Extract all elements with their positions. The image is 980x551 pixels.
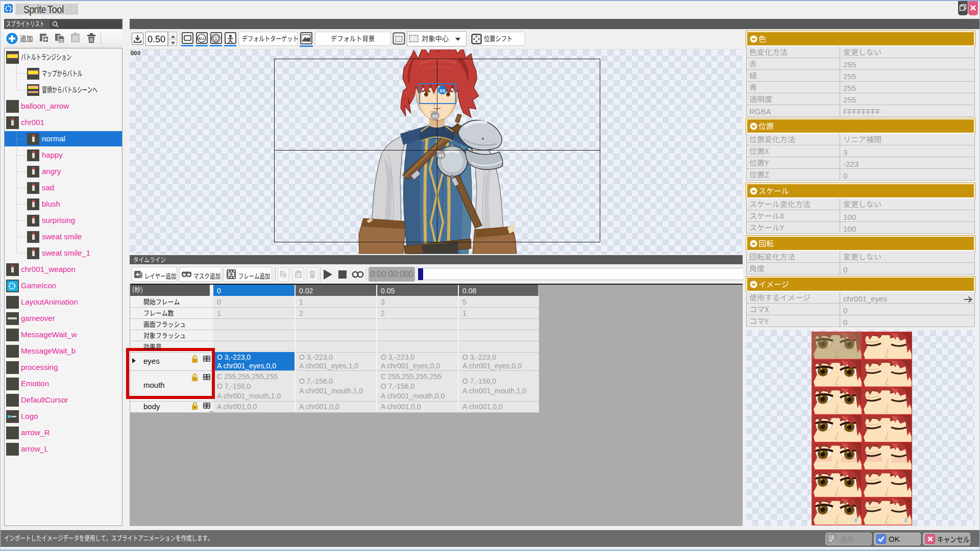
svg-text:1: 1	[215, 36, 217, 41]
svg-text:ALL: ALL	[198, 37, 205, 40]
